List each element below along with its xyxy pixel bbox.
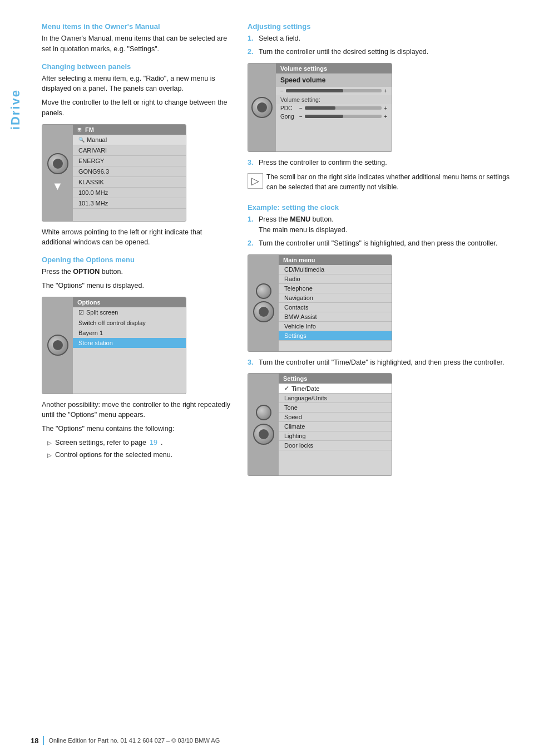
fm-menu-side: ⊞ FM 🔍 Manual CARIVARI ENERGY GONG96.3 K… [73, 125, 186, 221]
set-title-text: Settings [283, 375, 307, 382]
mm-item-bmw: BMW Assist [279, 312, 392, 322]
options-bullet-list: Screen settings, refer to page 19. Contr… [42, 438, 231, 460]
clock-step-2: 2. Turn the controller until "Settings" … [248, 238, 517, 249]
footer-text: Online Edition for Part no. 01 41 2 604 … [48, 737, 220, 744]
section3-heading: Opening the Options menu [42, 256, 231, 264]
section1-body: In the Owner's Manual, menu items that c… [42, 33, 231, 55]
set-menu-side: Settings ✓ Time/Date Language/Units Tone… [279, 374, 392, 475]
opt-item-bayern: Bayern 1 [73, 328, 186, 338]
mm-title-text: Main menu [283, 257, 315, 263]
magnifier-icon: 🔍 [78, 137, 85, 143]
vol-title-bar: Volume settings [276, 63, 392, 73]
clock-step-1: 1. Press the MENU button. The main menu … [248, 214, 517, 235]
fm-item-100: 100.0 MHz [73, 188, 186, 198]
set-controller-left [248, 374, 279, 475]
gong-minus-icon: − [299, 114, 303, 120]
pdc-slider-fill [305, 106, 335, 110]
vol-slider-bar [286, 89, 382, 92]
section3-para4: The "Options" menu contains the followin… [42, 424, 231, 434]
opt-item-switch: Switch off control display [73, 318, 186, 328]
vol-controller-side [248, 63, 276, 151]
gong-slider-bar [305, 115, 382, 118]
vol-menu-side: Volume settings Speed volume − + Volume … [276, 63, 392, 151]
section2-caption: White arrows pointing to the left or rig… [42, 227, 231, 248]
opt-controller-side [42, 297, 73, 394]
vol-controller-knob-inner [257, 102, 267, 112]
fm-icon: ⊞ [77, 127, 82, 132]
bullet-item-control: Control options for the selected menu. [42, 450, 231, 460]
mm-title-bar: Main menu [279, 255, 392, 265]
clock-step1-text: Press the MENU button. The main menu is … [259, 214, 347, 235]
left-column: Menu items in the Owner's Manual In the … [42, 22, 231, 482]
plus-icon: + [384, 88, 387, 94]
section2-para2: Move the controller to the left or right… [42, 97, 231, 119]
set-item-timedate: ✓ Time/Date [279, 384, 392, 394]
fm-item-gong: GONG96.3 [73, 166, 186, 177]
set-item-speed: Speed [279, 413, 392, 422]
opt-controller-knob [47, 335, 68, 356]
set-knob-inner [259, 429, 269, 439]
mm-controller-side [248, 255, 279, 351]
vol-slider-row: − + [276, 87, 392, 95]
set-check-icon: ✓ [284, 385, 289, 392]
mm-item-navigation: Navigation [279, 293, 392, 303]
mm-item-radio: Radio [279, 274, 392, 284]
clock-step2-text: Turn the controller until "Settings" is … [259, 238, 498, 249]
pdc-row: PDC − + [276, 104, 392, 112]
confirm-step-list: 3. Press the controller to confirm the s… [248, 158, 517, 168]
opt-controller-knob-inner [53, 340, 63, 350]
opt-split-label: Split screen [86, 309, 118, 316]
fm-title-text: FM [85, 126, 94, 133]
mm-small-knob [256, 283, 271, 299]
clock-step-3: 3. Turn the controller until "Time/Date"… [248, 357, 517, 368]
fm-item-carivari: CARIVARI [73, 145, 186, 156]
section1-heading: Menu items in the Owner's Manual [42, 22, 231, 31]
vol-controller-knob [251, 97, 273, 118]
adj-step-3: 3. Press the controller to confirm the s… [248, 158, 517, 168]
mm-main-knob [253, 301, 274, 322]
scroll-indicator-arrow: ▷ [251, 175, 259, 187]
section4-heading: Adjusting settings [248, 22, 517, 31]
controller-knob-inner [53, 159, 63, 169]
mm-item-contacts: Contacts [279, 303, 392, 312]
section2-heading: Changing between panels [42, 62, 231, 71]
settings-screen-mockup: Settings ✓ Time/Date Language/Units Tone… [248, 373, 392, 476]
vol-speed-item: Speed volume [276, 73, 392, 87]
page-link-19[interactable]: 19 [150, 438, 157, 448]
opt-menu-side: Options ☑ Split screen Switch off contro… [73, 297, 186, 394]
set-item-climate: Climate [279, 422, 392, 431]
sidebar: iDrive [0, 0, 31, 756]
adj-step3-text: Press the controller to confirm the sett… [259, 158, 387, 168]
scroll-note-block: ▷ The scroll bar on the right side indic… [248, 172, 517, 195]
opt-title-text: Options [77, 299, 101, 306]
scroll-note-text: The scroll bar on the right side indicat… [266, 172, 517, 192]
step3-list: 3. Turn the controller until "Time/Date"… [248, 357, 517, 368]
mm-item-vehicle: Vehicle Info [279, 322, 392, 331]
fm-item-manual-text: Manual [87, 136, 107, 143]
fm-item-klassik: KLASSIK [73, 177, 186, 188]
minus-icon: − [280, 88, 284, 94]
opt-item-store: Store station [73, 338, 186, 348]
scroll-indicator-box: ▷ [248, 173, 263, 189]
controller-knob [47, 153, 68, 174]
adj-step-1: 1. Select a field. [248, 33, 517, 44]
mm-controller-group [253, 283, 274, 322]
page-footer: 18 Online Edition for Part no. 01 41 2 6… [31, 736, 534, 745]
opt-item-split: ☑ Split screen [73, 307, 186, 318]
vol-sub-header: Volume setting: [276, 95, 392, 104]
page-number: 18 [31, 737, 38, 745]
section3-para3: Another possibility: move the controller… [42, 400, 231, 421]
mm-item-settings: Settings [279, 331, 392, 341]
vol-slider-fill [286, 89, 343, 92]
set-item-tone: Tone [279, 403, 392, 413]
fm-item-101: 101.3 MHz [73, 198, 186, 209]
mm-knob-inner [259, 307, 269, 317]
clock-steps: 1. Press the MENU button. The main menu … [248, 214, 517, 248]
pdc-minus-icon: − [299, 105, 303, 111]
vol-title-text: Volume settings [280, 65, 327, 72]
fm-item-energy: ENERGY [73, 156, 186, 166]
fm-title-bar: ⊞ FM [73, 125, 186, 135]
set-title-bar: Settings [279, 374, 392, 384]
adj-step2-text: Turn the controller until the desired se… [259, 47, 428, 57]
mm-item-telephone: Telephone [279, 284, 392, 293]
